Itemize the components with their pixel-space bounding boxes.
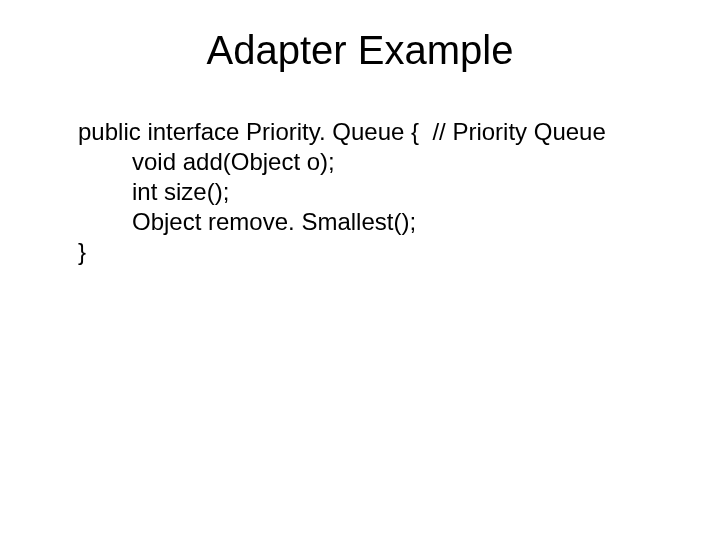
code-line-4: Object remove. Smallest();: [78, 207, 720, 237]
code-line-3: int size();: [78, 177, 720, 207]
code-block: public interface Priority. Queue { // Pr…: [0, 117, 720, 267]
slide-container: Adapter Example public interface Priorit…: [0, 0, 720, 540]
slide-title: Adapter Example: [0, 28, 720, 73]
code-line-5: }: [78, 237, 720, 267]
code-line-2: void add(Object o);: [78, 147, 720, 177]
code-line-1: public interface Priority. Queue { // Pr…: [78, 117, 720, 147]
